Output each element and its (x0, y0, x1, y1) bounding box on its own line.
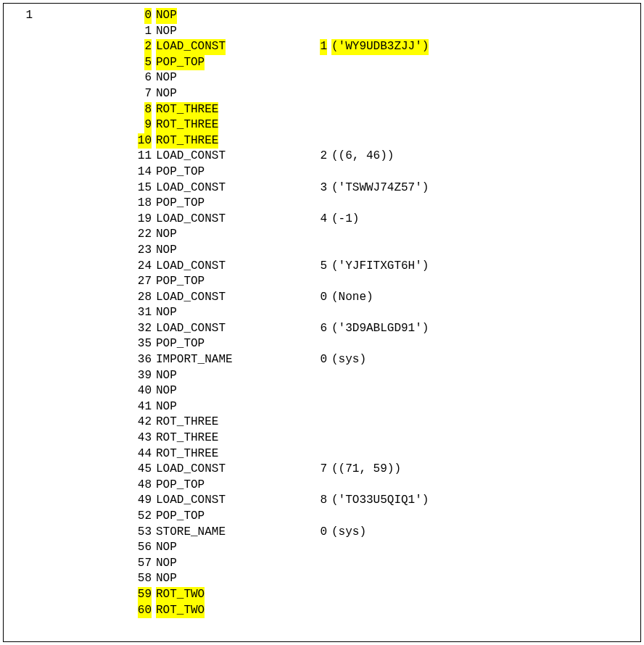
bytecode-arg-index: 6 (301, 321, 331, 337)
source-line-number (11, 540, 33, 556)
bytecode-arg-value (331, 196, 633, 212)
bytecode-row: 10NOP (11, 8, 633, 24)
bytecode-row: 19LOAD_CONST4(-1) (11, 212, 633, 228)
source-line-number (11, 165, 33, 180)
bytecode-offset: 19 (33, 212, 156, 228)
bytecode-arg-value (331, 8, 633, 24)
bytecode-opcode: LOAD_CONST (156, 493, 301, 509)
bytecode-row: 36IMPORT_NAME0(sys) (11, 352, 633, 368)
bytecode-offset: 24 (33, 259, 156, 275)
bytecode-opcode: STORE_NAME (156, 525, 301, 541)
bytecode-arg-value (331, 556, 633, 572)
bytecode-row: 39NOP (11, 368, 633, 384)
bytecode-row: 8ROT_THREE (11, 102, 633, 118)
bytecode-opcode: NOP (156, 227, 301, 243)
source-line-number (11, 571, 33, 587)
bytecode-row: 5POP_TOP (11, 55, 633, 71)
bytecode-arg-value (331, 55, 633, 71)
source-line-number (11, 180, 33, 196)
bytecode-row: 58NOP (11, 571, 633, 587)
bytecode-arg-index (301, 571, 331, 587)
bytecode-offset: 49 (33, 493, 156, 509)
bytecode-arg-value (331, 305, 633, 321)
bytecode-arg-value (331, 446, 633, 462)
bytecode-row: 41NOP (11, 399, 633, 415)
bytecode-row: 49LOAD_CONST8('TO33U5QIQ1') (11, 493, 633, 509)
bytecode-row: 48POP_TOP (11, 478, 633, 494)
bytecode-listing: 10NOP1NOP2LOAD_CONST1('WY9UDB3ZJJ')5POP_… (3, 3, 641, 642)
bytecode-row: 22NOP (11, 227, 633, 243)
bytecode-arg-index (301, 478, 331, 494)
bytecode-opcode: NOP (156, 305, 301, 321)
bytecode-arg-value: (sys) (331, 352, 633, 368)
bytecode-arg-index (301, 399, 331, 415)
bytecode-row: 44ROT_THREE (11, 446, 633, 462)
source-line-number (11, 415, 33, 430)
bytecode-opcode: NOP (156, 86, 301, 102)
bytecode-row: 42ROT_THREE (11, 415, 633, 430)
bytecode-offset: 2 (33, 39, 156, 55)
bytecode-arg-index (301, 383, 331, 399)
bytecode-arg-index (301, 587, 331, 603)
source-line-number (11, 446, 33, 462)
bytecode-arg-index (301, 336, 331, 352)
source-line-number (11, 133, 33, 149)
source-line-number (11, 368, 33, 384)
bytecode-rows: 10NOP1NOP2LOAD_CONST1('WY9UDB3ZJJ')5POP_… (11, 8, 633, 618)
bytecode-arg-value (331, 603, 633, 619)
bytecode-opcode: NOP (156, 399, 301, 415)
source-line-number (11, 493, 33, 509)
bytecode-arg-value (331, 399, 633, 415)
bytecode-row: 18POP_TOP (11, 196, 633, 212)
source-line-number (11, 149, 33, 165)
bytecode-arg-index (301, 368, 331, 384)
bytecode-arg-index: 3 (301, 180, 331, 196)
source-line-number (11, 430, 33, 446)
bytecode-opcode: ROT_THREE (156, 117, 301, 133)
bytecode-row: 40NOP (11, 383, 633, 399)
bytecode-offset: 15 (33, 180, 156, 196)
bytecode-arg-index (301, 603, 331, 619)
bytecode-arg-index (301, 133, 331, 149)
bytecode-arg-index (301, 430, 331, 446)
bytecode-arg-value (331, 70, 633, 86)
bytecode-opcode: POP_TOP (156, 478, 301, 494)
bytecode-opcode: NOP (156, 383, 301, 399)
bytecode-arg-index (301, 540, 331, 556)
bytecode-opcode: NOP (156, 8, 301, 24)
bytecode-arg-value (331, 571, 633, 587)
bytecode-offset: 0 (33, 8, 156, 24)
bytecode-offset: 41 (33, 399, 156, 415)
source-line-number (11, 259, 33, 275)
source-line-number (11, 39, 33, 55)
bytecode-arg-index: 4 (301, 212, 331, 228)
bytecode-offset: 22 (33, 227, 156, 243)
bytecode-arg-value: ('YJFITXGT6H') (331, 259, 633, 275)
source-line-number (11, 603, 33, 619)
bytecode-arg-index (301, 117, 331, 133)
bytecode-arg-index (301, 8, 331, 24)
bytecode-opcode: POP_TOP (156, 336, 301, 352)
source-line-number (11, 196, 33, 212)
bytecode-arg-index (301, 274, 331, 290)
bytecode-opcode: IMPORT_NAME (156, 352, 301, 368)
bytecode-arg-value: ((71, 59)) (331, 462, 633, 478)
bytecode-arg-index (301, 24, 331, 40)
bytecode-arg-value (331, 383, 633, 399)
bytecode-offset: 43 (33, 430, 156, 446)
bytecode-offset: 5 (33, 55, 156, 71)
bytecode-arg-index: 0 (301, 352, 331, 368)
source-line-number (11, 383, 33, 399)
bytecode-opcode: NOP (156, 70, 301, 86)
bytecode-arg-value (331, 478, 633, 494)
bytecode-opcode: LOAD_CONST (156, 290, 301, 306)
bytecode-arg-index (301, 70, 331, 86)
bytecode-opcode: ROT_THREE (156, 133, 301, 149)
bytecode-opcode: NOP (156, 24, 301, 40)
bytecode-arg-value (331, 587, 633, 603)
bytecode-row: 28LOAD_CONST0(None) (11, 290, 633, 306)
bytecode-offset: 53 (33, 525, 156, 541)
bytecode-offset: 45 (33, 462, 156, 478)
bytecode-row: 14POP_TOP (11, 165, 633, 180)
bytecode-arg-index (301, 55, 331, 71)
